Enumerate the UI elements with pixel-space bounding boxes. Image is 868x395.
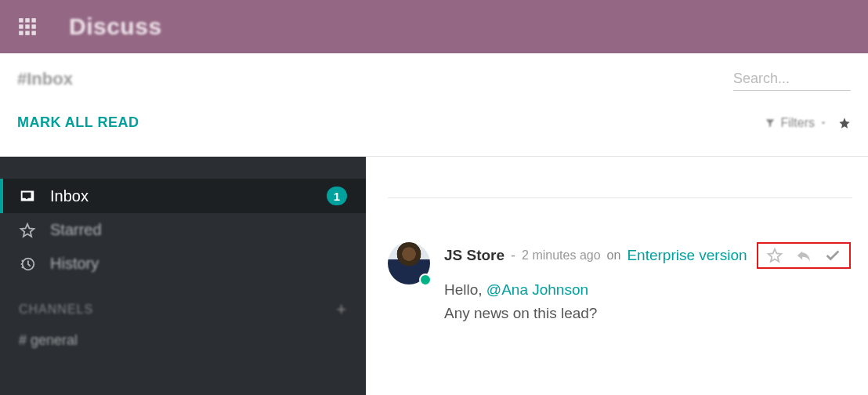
sidebar-item-starred[interactable]: Starred (0, 213, 366, 247)
apps-icon[interactable] (17, 16, 38, 37)
reply-button[interactable] (794, 247, 813, 264)
channels-label: CHANNELS (19, 303, 93, 317)
mark-all-read-button[interactable]: MARK ALL READ (17, 114, 139, 131)
app-topbar: Discuss (0, 0, 868, 53)
sidebar-item-label: History (50, 255, 99, 273)
filters-label: Filters (780, 116, 815, 130)
message-header: JS Store - 2 minutes ago on Enterprise v… (444, 242, 852, 269)
sidebar-item-history[interactable]: History (0, 247, 366, 281)
search-input[interactable] (733, 67, 851, 91)
app-name: Discuss (69, 13, 162, 40)
svg-rect-5 (31, 24, 35, 28)
inbox-icon (19, 187, 36, 205)
message-text: Hello, @Ana Johnson Any news on this lea… (444, 278, 852, 326)
sidebar: Inbox 1 Starred History CHANNELS + # gen… (0, 157, 366, 395)
message-time: 2 minutes ago (522, 248, 601, 263)
caret-down-icon (819, 119, 827, 127)
message-pane: JS Store - 2 minutes ago on Enterprise v… (366, 157, 868, 395)
filters-button[interactable]: Filters (765, 116, 827, 130)
inbox-badge: 1 (327, 187, 347, 205)
message-record-link[interactable]: Enterprise version (627, 247, 747, 264)
svg-rect-6 (19, 31, 23, 34)
divider (388, 198, 852, 198)
svg-rect-8 (31, 31, 35, 34)
sidebar-item-label: Starred (50, 221, 102, 239)
star-icon (19, 222, 36, 239)
message-author[interactable]: JS Store (444, 247, 505, 264)
mention-link[interactable]: @Ana Johnson (486, 281, 588, 298)
body: Inbox 1 Starred History CHANNELS + # gen… (0, 157, 868, 395)
dash: - (511, 248, 515, 264)
funnel-icon (765, 118, 776, 129)
svg-rect-0 (19, 18, 23, 22)
star-icon[interactable] (838, 117, 851, 129)
toolbar-right: Filters (765, 116, 851, 130)
svg-rect-1 (25, 18, 29, 22)
subheader: #Inbox MARK ALL READ Filters (0, 53, 868, 157)
channel-title: #Inbox (17, 69, 73, 89)
sidebar-item-label: Inbox (50, 187, 89, 205)
sidebar-section-channels: CHANNELS + (0, 281, 366, 326)
mark-done-button[interactable] (824, 247, 841, 264)
message-actions (757, 242, 851, 269)
message: JS Store - 2 minutes ago on Enterprise v… (388, 242, 852, 326)
star-message-button[interactable] (766, 247, 783, 264)
on-label: on (607, 248, 621, 263)
message-greeting: Hello, (444, 281, 486, 298)
sidebar-item-inbox[interactable]: Inbox 1 (0, 179, 366, 213)
channel-item-general[interactable]: # general (0, 326, 366, 355)
svg-rect-2 (31, 18, 35, 22)
svg-rect-7 (25, 31, 29, 34)
svg-rect-3 (19, 24, 23, 28)
avatar[interactable] (388, 242, 430, 284)
presence-indicator-icon (419, 274, 432, 286)
history-icon (19, 255, 36, 273)
add-channel-button[interactable]: + (336, 299, 347, 320)
message-line2: Any news on this lead? (444, 305, 597, 321)
message-body: JS Store - 2 minutes ago on Enterprise v… (444, 242, 852, 326)
svg-rect-4 (25, 24, 29, 28)
